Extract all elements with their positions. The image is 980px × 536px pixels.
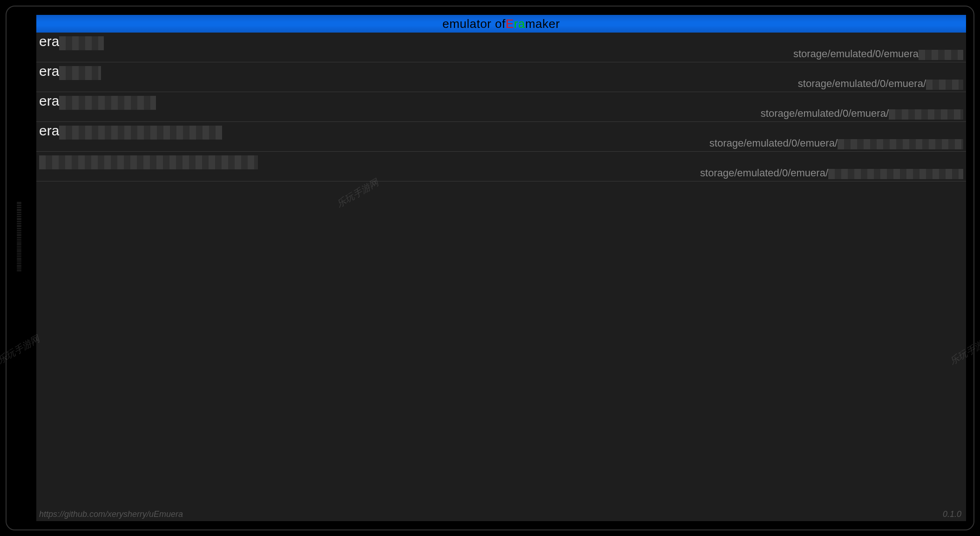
footer-url[interactable]: https://github.com/xerysherry/uEmuera <box>39 509 183 519</box>
list-item[interactable]: erastorage/emulated/0/emuera/ <box>36 92 966 122</box>
footer-version: 0.1.0 <box>943 509 961 519</box>
list-item-title: era <box>39 62 101 80</box>
title-ra: ra <box>514 17 525 31</box>
title-E: E <box>506 17 514 31</box>
list-item-path: storage/emulated/0/emuera/ <box>710 137 963 149</box>
list-item-title: era <box>39 92 156 110</box>
redacted-block <box>59 126 222 140</box>
list-item-title <box>39 152 258 169</box>
redacted-block <box>889 109 963 120</box>
title-bar: emulator of E ra maker <box>36 15 966 33</box>
redacted-block <box>926 80 963 90</box>
redacted-block <box>59 96 156 110</box>
app-screen: emulator of E ra maker erastorage/emulat… <box>36 15 966 521</box>
title-prefix: emulator of <box>442 17 506 31</box>
game-list: erastorage/emulated/0/emueraerastorage/e… <box>36 33 966 181</box>
redacted-block <box>59 36 104 50</box>
speaker-grill <box>17 202 21 272</box>
list-item-title: era <box>39 122 222 140</box>
list-item-path: storage/emulated/0/emuera <box>793 48 963 60</box>
redacted-block <box>838 139 963 149</box>
redacted-block <box>59 66 101 80</box>
redacted-block <box>919 50 963 60</box>
list-item[interactable]: erastorage/emulated/0/emuera/ <box>36 62 966 92</box>
redacted-block <box>828 169 963 179</box>
list-item[interactable]: storage/emulated/0/emuera/ <box>36 152 966 181</box>
list-item-title: era <box>39 33 104 50</box>
list-item-path: storage/emulated/0/emuera/ <box>700 167 963 179</box>
list-item-path: storage/emulated/0/emuera/ <box>798 78 963 90</box>
list-item[interactable]: erastorage/emulated/0/emuera/ <box>36 122 966 152</box>
redacted-block <box>39 155 258 169</box>
device-frame: emulator of E ra maker erastorage/emulat… <box>6 6 974 530</box>
list-item-path: storage/emulated/0/emuera/ <box>761 107 963 120</box>
title-suffix: maker <box>525 17 560 31</box>
list-item[interactable]: erastorage/emulated/0/emuera <box>36 33 966 62</box>
